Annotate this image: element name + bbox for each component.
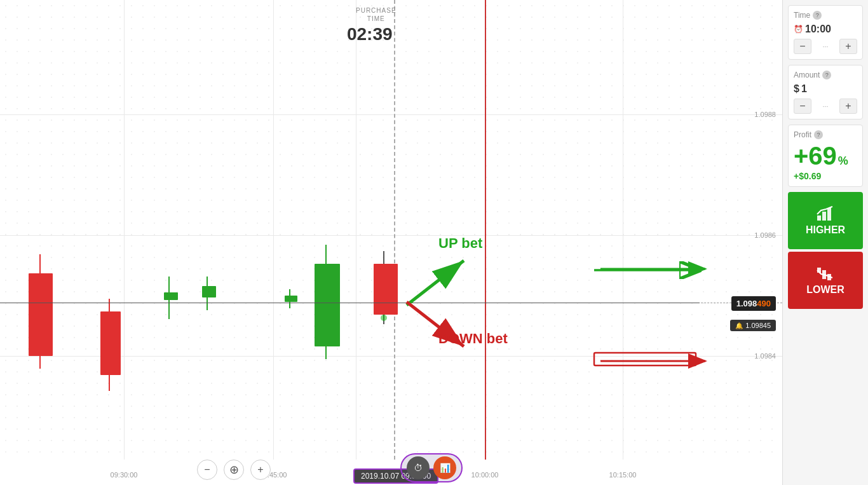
profit-info-icon[interactable]: ?	[814, 130, 823, 139]
time-label-4: 10:00:00	[471, 471, 499, 479]
time-label-1: 09:30:00	[111, 471, 138, 479]
down-right-arrow	[597, 345, 718, 379]
price-label-1: 1.0988	[754, 111, 776, 118]
current-price-line	[0, 303, 700, 303]
bottom-icon-area: ⏱ 📊	[400, 453, 463, 482]
time-marker-line	[485, 0, 486, 460]
chart-area: 1.0988 1.0986 1.0984 PURCHASETIME 02:39	[0, 0, 782, 485]
purchase-time-line	[394, 0, 395, 460]
price-label-2: 1.0986	[754, 231, 776, 239]
zoom-plus-btn[interactable]: +	[250, 460, 271, 480]
zoom-center-btn[interactable]: ⊕	[224, 460, 244, 480]
zoom-minus-btn[interactable]: −	[197, 460, 217, 480]
profit-pct-value: +69	[794, 143, 837, 168]
purchase-label-text: PURCHASETIME	[356, 6, 397, 23]
alert-price-value: 1.09845	[745, 322, 771, 329]
grid-line	[0, 114, 782, 115]
time-label-5: 10:15:00	[609, 471, 637, 479]
grid-line	[0, 235, 782, 236]
alert-price-badge: 🔔 1.09845	[730, 320, 776, 331]
down-bet-arrow	[400, 296, 477, 362]
profit-pct-sign: %	[838, 154, 848, 168]
profit-section: Profit ? +69 % +$0.69	[788, 125, 863, 187]
down-bet-label: DOWN bet	[438, 331, 508, 347]
time-plus-btn[interactable]: +	[839, 39, 857, 54]
right-panel: Time ? ⏰ 10:00 − ··· + Amount ? $ 1 − ··…	[782, 0, 868, 485]
time-label: Time ?	[794, 11, 857, 20]
amount-ctrl-center: ···	[822, 102, 828, 110]
higher-icon	[816, 205, 835, 221]
svg-rect-12	[817, 215, 821, 221]
time-info-icon[interactable]: ?	[813, 11, 822, 20]
higher-button[interactable]: HIGHER	[788, 192, 863, 249]
clock-icon-btn[interactable]: ⏱	[407, 456, 430, 479]
svg-rect-13	[822, 212, 826, 221]
amount-label: Amount ?	[794, 71, 857, 79]
price-highlight: 490	[757, 299, 771, 308]
lower-button[interactable]: LOWER	[788, 252, 863, 309]
grid-line-v	[124, 0, 125, 460]
profit-dollar-value: +$0.69	[794, 171, 857, 181]
current-price-badge: 1.098490	[731, 296, 776, 311]
up-bet-label: UP bet	[438, 235, 482, 252]
map-background	[0, 0, 782, 460]
time-controls: − ··· +	[794, 39, 857, 54]
zoom-controls: − ⊕ +	[197, 460, 271, 480]
amount-minus-btn[interactable]: −	[794, 99, 811, 114]
time-section: Time ? ⏰ 10:00 − ··· +	[788, 5, 863, 60]
price-base: 1.098	[736, 299, 757, 308]
time-value: ⏰ 10:00	[794, 24, 857, 35]
time-ctrl-center: ···	[822, 43, 828, 50]
amount-info-icon[interactable]: ?	[822, 71, 831, 79]
time-minus-btn[interactable]: −	[794, 39, 811, 54]
amount-section: Amount ? $ 1 − ··· +	[788, 65, 863, 120]
amount-controls: − ··· +	[794, 99, 857, 114]
svg-rect-14	[827, 208, 831, 221]
amount-value: $ 1	[794, 83, 857, 95]
clock-icon: ⏰	[794, 25, 803, 34]
price-label-3: 1.0984	[754, 352, 776, 360]
lower-icon	[816, 265, 835, 280]
trade-icon-btn[interactable]: 📊	[433, 456, 456, 479]
grid-line-v	[356, 0, 356, 460]
grid-line-v	[273, 0, 274, 460]
up-right-arrow	[597, 253, 718, 287]
purchase-time-value: 02:39	[343, 23, 397, 46]
grid-line-v	[623, 0, 623, 460]
profit-pct-row: +69 %	[794, 143, 857, 168]
profit-label: Profit ?	[794, 130, 857, 139]
amount-plus-btn[interactable]: +	[839, 99, 857, 114]
purchase-time-label: PURCHASETIME 02:39	[349, 6, 397, 46]
